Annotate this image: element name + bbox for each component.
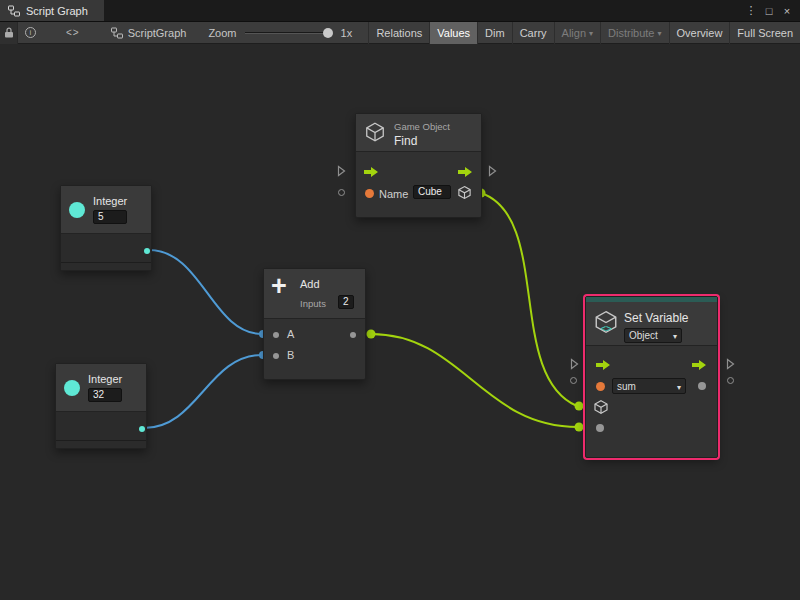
flow-input-port-triangle[interactable] [337, 165, 346, 177]
node-integer-1[interactable]: Integer 5 [60, 185, 152, 271]
node-title: Set Variable [624, 311, 688, 325]
inputs-label: Inputs [300, 298, 326, 309]
dropdown-arrow-icon: ▾ [658, 29, 662, 38]
node-set-variable[interactable]: <> Set Variable Object ▾ sum ▾ [585, 296, 718, 458]
maximize-icon[interactable]: □ [761, 5, 777, 17]
zoom-value: 1x [341, 27, 353, 39]
node-title: Find [394, 134, 417, 148]
dropdown-arrow-icon: ▾ [677, 383, 681, 392]
flow-output-arrow-icon[interactable] [458, 166, 473, 178]
flow-output-port-triangle[interactable] [726, 358, 735, 370]
lock-icon [4, 27, 14, 38]
unity-graph-window: Script Graph ⋮ □ × i <> ScriptGraph [0, 0, 800, 600]
overview-button[interactable]: Overview [669, 22, 730, 44]
zoom-slider[interactable] [245, 27, 333, 39]
window-titlebar: Script Graph ⋮ □ × [0, 0, 800, 22]
flow-input-arrow-icon[interactable] [596, 359, 611, 371]
close-icon[interactable]: × [779, 5, 795, 17]
wire-endpoint[interactable] [575, 402, 584, 411]
node-category: Game Object [394, 121, 450, 132]
node-footer [61, 262, 151, 270]
code-view-button[interactable]: <> [59, 22, 87, 44]
node-integer-2[interactable]: Integer 32 [55, 363, 147, 449]
node-header: Integer 5 [61, 186, 151, 234]
node-gameobject-find[interactable]: Game Object Find Name Cube [355, 113, 482, 218]
integer-value-field[interactable]: 32 [88, 388, 122, 402]
node-body [61, 234, 151, 262]
value-output-port-circle[interactable] [727, 377, 734, 384]
output-port[interactable] [144, 248, 150, 254]
lock-toggle[interactable] [0, 22, 18, 44]
distribute-dropdown[interactable]: Distribute ▾ [600, 22, 668, 44]
output-port[interactable] [350, 332, 356, 338]
tab-title: Script Graph [26, 5, 88, 17]
value-input-port[interactable] [596, 424, 604, 432]
gameobject-output-cube-icon[interactable] [457, 185, 472, 200]
wire-endpoint[interactable] [575, 423, 584, 432]
flow-input-port-triangle[interactable] [570, 358, 579, 370]
node-title: Integer [88, 373, 122, 385]
value-input-port-circle[interactable] [338, 189, 345, 196]
svg-text:<>: <> [600, 323, 612, 334]
integer-type-icon [64, 380, 80, 396]
node-add[interactable]: + Add Inputs 2 A B [263, 268, 366, 380]
dropdown-arrow-icon: ▾ [673, 332, 677, 341]
inputs-count-field[interactable]: 2 [338, 295, 354, 309]
align-label: Align [562, 27, 586, 39]
zoom-label: Zoom [208, 27, 236, 39]
dim-button[interactable]: Dim [477, 22, 512, 44]
variable-name-value: sum [617, 381, 636, 392]
relations-button[interactable]: Relations [368, 22, 429, 44]
name-input-port[interactable] [365, 189, 374, 198]
variable-name-dropdown[interactable]: sum ▾ [612, 378, 686, 394]
wire-integer32-to-add-b[interactable] [144, 355, 262, 428]
graph-canvas[interactable]: Integer 5 Integer 32 + [0, 44, 800, 600]
value-output-port[interactable] [698, 382, 706, 390]
values-button[interactable]: Values [429, 22, 477, 44]
node-header: Integer 32 [56, 364, 146, 412]
node-header: <> Set Variable Object ▾ [586, 302, 717, 346]
graph-name: ScriptGraph [128, 27, 187, 39]
input-port-b[interactable] [273, 353, 279, 359]
flow-output-port-triangle[interactable] [488, 165, 497, 177]
wire-endpoint[interactable] [367, 330, 376, 339]
input-port-a[interactable] [273, 332, 279, 338]
integer-value-field[interactable]: 5 [93, 210, 127, 224]
fullscreen-button[interactable]: Full Screen [729, 22, 800, 44]
info-icon: i [25, 27, 36, 38]
wire-add-to-setvariable-value[interactable] [371, 334, 578, 427]
graph-toolbar: i <> ScriptGraph Zoom 1x Relations Value… [0, 22, 800, 44]
graph-breadcrumb[interactable]: ScriptGraph [111, 27, 187, 39]
wire-find-to-setvariable-object[interactable] [481, 193, 577, 406]
flow-input-arrow-icon[interactable] [364, 166, 379, 178]
variable-name-input-port[interactable] [596, 382, 605, 391]
name-value-field[interactable]: Cube [413, 185, 451, 199]
name-label: Name [379, 188, 408, 200]
value-input-port-circle[interactable] [570, 377, 577, 384]
target-object-input-cube-icon[interactable] [593, 399, 609, 415]
set-variable-icon: <> [593, 309, 619, 335]
distribute-label: Distribute [608, 27, 654, 39]
graph-icon [111, 27, 123, 39]
tab-script-graph[interactable]: Script Graph [0, 0, 104, 21]
port-label-b: B [287, 349, 294, 361]
carry-button[interactable]: Carry [512, 22, 554, 44]
toolbar-buttons: Relations Values Dim Carry Align ▾ Distr… [368, 22, 800, 44]
node-body [56, 412, 146, 440]
plus-icon: + [271, 273, 287, 300]
zoom-group: Zoom 1x [208, 27, 352, 39]
window-controls: ⋮ □ × [743, 0, 800, 21]
inspector-toggle[interactable]: i [18, 22, 43, 44]
zoom-slider-knob[interactable] [323, 28, 333, 38]
output-port[interactable] [139, 426, 145, 432]
node-header: Game Object Find [356, 114, 481, 152]
integer-type-icon [69, 202, 85, 218]
node-header: + Add Inputs 2 [264, 269, 365, 319]
variable-kind-dropdown[interactable]: Object ▾ [624, 328, 682, 343]
kebab-menu-icon[interactable]: ⋮ [743, 4, 759, 17]
dropdown-arrow-icon: ▾ [589, 29, 593, 38]
align-dropdown[interactable]: Align ▾ [554, 22, 600, 44]
port-label-a: A [287, 328, 294, 340]
wire-integer5-to-add-a[interactable] [149, 250, 262, 334]
flow-output-arrow-icon[interactable] [692, 359, 707, 371]
